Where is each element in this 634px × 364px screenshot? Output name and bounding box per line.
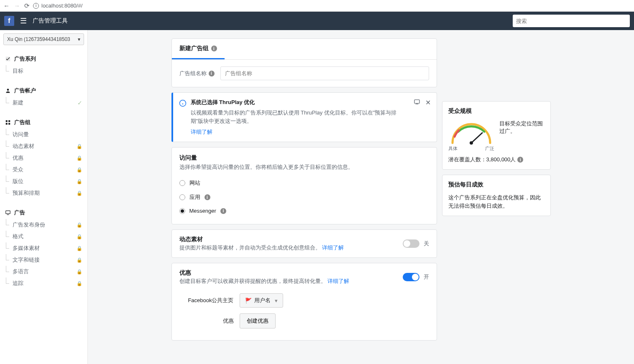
sidebar-item[interactable]: 追踪🔒: [0, 277, 87, 289]
info-icon[interactable]: i: [220, 208, 226, 214]
menu-icon[interactable]: ☰: [20, 16, 27, 25]
traffic-option[interactable]: 网站: [179, 176, 429, 190]
lock-icon: 🔒: [77, 179, 82, 184]
gauge-right-label: 广泛: [485, 145, 494, 152]
sidebar-item[interactable]: 广告发布身份🔒: [0, 219, 87, 231]
daily-results-desc: 这个广告系列正在全盘优化预算，因此无法得出预估每日成效。: [448, 193, 545, 210]
traffic-title: 访问量: [179, 154, 429, 162]
info-banner-actions: ✕: [414, 99, 431, 136]
svg-rect-10: [414, 100, 419, 104]
info-icon[interactable]: i: [209, 71, 215, 76]
lock-icon: 🔒: [77, 234, 82, 239]
forward-icon[interactable]: →: [14, 2, 20, 10]
search-box[interactable]: [513, 15, 630, 27]
sidebar-group-title[interactable]: 广告: [0, 206, 87, 219]
close-icon[interactable]: ✕: [425, 99, 431, 107]
sidebar-item[interactable]: 多语言🔒: [0, 266, 87, 277]
facebook-logo[interactable]: f: [4, 16, 14, 26]
svg-rect-2: [8, 120, 10, 122]
chevron-down-icon: ▾: [78, 36, 80, 42]
fb-page-select[interactable]: 🚩 用户名 ▾: [240, 293, 283, 308]
sidebar-item[interactable]: 目标: [0, 65, 87, 77]
user-icon: [5, 88, 11, 94]
offer-title: 优惠: [179, 269, 403, 277]
sidebar-item[interactable]: 受众🔒: [0, 164, 87, 176]
info-banner-link[interactable]: 详细了解: [191, 128, 212, 136]
browser-chrome: ← → ⟳ i localhost:8080/#/: [0, 0, 634, 12]
toggle-state-label: 关: [424, 240, 429, 247]
sidebar-item-label: 优惠: [13, 154, 23, 162]
toggle-state-label: 开: [424, 273, 429, 281]
sidebar-item[interactable]: 文字和链接🔒: [0, 254, 87, 266]
radio-icon[interactable]: [179, 208, 185, 214]
offer-learn-link[interactable]: 详细了解: [327, 278, 349, 284]
lock-icon: 🔒: [77, 257, 82, 263]
radio-icon[interactable]: [179, 194, 185, 200]
info-banner-desc: 以视频观看量为目标的广告系列现已默认使用 ThruPlay 优化目标。你可以在"…: [191, 109, 409, 125]
ad-set-name-input[interactable]: [220, 66, 429, 80]
svg-point-0: [7, 89, 9, 91]
sidebar-item[interactable]: 预算和排期🔒: [0, 187, 87, 199]
info-icon[interactable]: i: [205, 194, 210, 200]
dynamic-creative-toggle[interactable]: 关: [403, 239, 429, 248]
radio-icon[interactable]: [179, 180, 185, 186]
feedback-icon[interactable]: [414, 99, 420, 107]
audience-size-title: 受众规模: [448, 107, 545, 115]
fb-page-label: Facebook公共主页: [179, 297, 234, 304]
toggle-pill[interactable]: [403, 239, 419, 248]
dynamic-creative-section: 动态素材 提供图片和标题等素材，并自动为受众生成优化创意组合。 详细了解 关: [171, 229, 437, 258]
url-bar[interactable]: i localhost:8080/#/: [33, 3, 631, 9]
sidebar-item-label: 受众: [13, 166, 23, 173]
sidebar-item-label: 访问量: [13, 131, 29, 138]
offer-toggle[interactable]: 开: [403, 273, 429, 281]
screen-icon: [5, 210, 11, 216]
sidebar-item-label: 目标: [13, 67, 23, 75]
lock-icon: 🔒: [77, 269, 82, 275]
tab-new-ad-set[interactable]: 新建广告组 i: [172, 39, 225, 59]
offer-section: 优惠 创建目标客户可以收藏并获得提醒的优惠，最终提高转化量。 详细了解 开 Fa…: [171, 263, 437, 341]
site-info-icon[interactable]: i: [33, 3, 39, 9]
traffic-option-label: 应用: [189, 193, 200, 201]
dynamic-creative-title: 动态素材: [179, 236, 403, 243]
sidebar-item[interactable]: 优惠🔒: [0, 152, 87, 164]
sidebar-item[interactable]: 动态素材🔒: [0, 140, 87, 152]
info-icon[interactable]: i: [211, 46, 217, 51]
sidebar-item-label: 多媒体素材: [13, 244, 40, 252]
url-text: localhost:8080/#/: [41, 3, 82, 9]
svg-rect-1: [6, 120, 8, 122]
lock-icon: 🔒: [77, 167, 82, 173]
sidebar-item[interactable]: 多媒体素材🔒: [0, 242, 87, 254]
sidebar-item[interactable]: 新建✓: [0, 97, 87, 109]
traffic-option[interactable]: 应用 i: [179, 190, 429, 204]
grid-icon: [5, 120, 11, 125]
lock-icon: 🔒: [77, 144, 82, 149]
sidebar-group-title[interactable]: 广告组: [0, 116, 87, 129]
dynamic-creative-learn-link[interactable]: 详细了解: [322, 244, 344, 251]
back-icon[interactable]: ←: [3, 2, 10, 10]
lock-icon: 🔒: [77, 191, 82, 196]
gauge-text: 目标受众定位范围过广。: [499, 120, 545, 135]
sidebar-group-title[interactable]: 广告系列: [0, 53, 87, 65]
traffic-desc: 选择你希望提高访问量的位置。你将稍后输入更多关于目标位置的信息。: [179, 163, 429, 171]
sidebar-group: 广告帐户新建✓: [0, 84, 87, 109]
thruplay-info-banner: 系统已选择 ThruPlay 优化 以视频观看量为目标的广告系列现已默认使用 T…: [171, 92, 437, 142]
sidebar-item[interactable]: 访问量: [0, 129, 87, 140]
traffic-section: 访问量 选择你希望提高访问量的位置。你将稍后输入更多关于目标位置的信息。 网站应…: [171, 147, 437, 224]
traffic-option[interactable]: Messenger i: [179, 204, 429, 217]
toggle-pill[interactable]: [403, 273, 419, 281]
svg-point-12: [470, 141, 473, 145]
search-input[interactable]: [516, 18, 626, 24]
daily-results-card: 预估每日成效 这个广告系列正在全盘优化预算，因此无法得出预估每日成效。: [442, 175, 551, 216]
create-offer-button[interactable]: 创建优惠: [240, 313, 276, 328]
info-icon[interactable]: i: [517, 157, 523, 163]
sidebar-group-title[interactable]: 广告帐户: [0, 84, 87, 97]
info-banner-title: 系统已选择 ThruPlay 优化: [191, 99, 409, 106]
tabs-row: 新建广告组 i: [172, 39, 437, 60]
sidebar-item[interactable]: 版位🔒: [0, 176, 87, 187]
sidebar-item[interactable]: 格式🔒: [0, 231, 87, 242]
traffic-option-label: Messenger: [189, 208, 216, 214]
sidebar-item-label: 预算和排期: [13, 189, 40, 197]
lock-icon: 🔒: [77, 155, 82, 161]
reload-icon[interactable]: ⟳: [24, 2, 30, 10]
account-selector[interactable]: Xu Qin (1267359443418503 ▾: [3, 33, 84, 45]
